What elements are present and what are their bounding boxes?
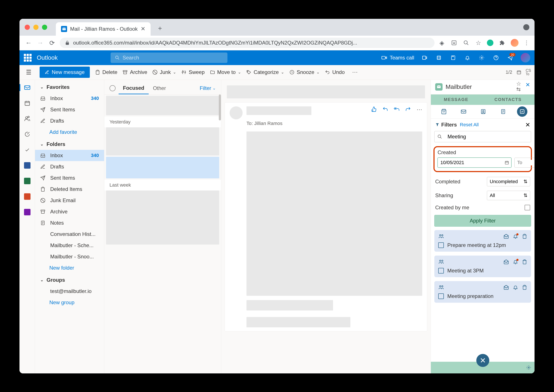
chrome-menu-button[interactable]: ⋮ (524, 40, 529, 46)
date-from-field[interactable] (438, 158, 511, 168)
sharing-select[interactable]: All ⇅ (487, 191, 530, 200)
completed-select[interactable]: Uncompleted ⇅ (487, 177, 530, 186)
nav-toggle-button[interactable]: ☰ (23, 69, 34, 76)
delete-task-icon[interactable] (522, 285, 527, 290)
groups-header[interactable]: ⌄ Groups (35, 273, 104, 286)
rail-onenote-icon[interactable] (22, 207, 32, 217)
rail-todo-icon[interactable] (22, 145, 32, 154)
junk-button[interactable]: Junk ⌄ (152, 69, 176, 75)
calendar-icon[interactable] (503, 161, 511, 165)
forward-button[interactable]: → (36, 39, 44, 47)
folder-junk[interactable]: Junk Email (35, 195, 104, 206)
new-message-button[interactable]: New message (40, 67, 90, 78)
task-checkbox[interactable] (438, 268, 444, 273)
folder-sent[interactable]: Sent Items (35, 172, 104, 183)
mb-contact-icon[interactable] (477, 107, 489, 116)
folder-mailbutler-snoozed[interactable]: Mailbutler - Snoo... (35, 251, 104, 262)
rail-powerpoint-icon[interactable] (22, 192, 32, 201)
more-commands-button[interactable]: ⋯ (352, 69, 358, 76)
footer-settings-icon[interactable] (526, 365, 531, 370)
rail-people-icon[interactable] (22, 114, 32, 123)
sweep-button[interactable]: Sweep (181, 69, 204, 75)
settings-icon[interactable] (478, 54, 486, 62)
zoom-icon[interactable] (463, 39, 470, 46)
search-box[interactable] (111, 53, 227, 63)
url-bar[interactable]: outlook.office365.com/mail/inbox/id/AAQk… (60, 38, 435, 48)
new-folder-link[interactable]: New folder (35, 262, 104, 273)
reply-button[interactable] (382, 106, 388, 113)
apply-filter-button[interactable]: Apply Filter (434, 215, 531, 227)
reply-placeholder-1[interactable] (246, 300, 333, 310)
date-to-input[interactable] (515, 160, 534, 165)
rail-excel-icon[interactable] (22, 176, 32, 186)
message-item[interactable] (106, 96, 219, 115)
bookmark-icon[interactable]: ☆ (475, 39, 482, 46)
more-actions-button[interactable]: ⋯ (417, 106, 422, 113)
reply-placeholder-2[interactable] (246, 317, 350, 327)
folder-mailbutler-scheduled[interactable]: Mailbutler - Sche... (35, 240, 104, 251)
filter-button[interactable]: Filter ⌄ (200, 85, 216, 91)
delete-button[interactable]: Delete (95, 69, 117, 75)
undo-button[interactable]: Undo (325, 69, 345, 75)
user-avatar[interactable] (521, 53, 530, 63)
tab-message[interactable]: MESSAGE (444, 97, 468, 102)
mb-search-row[interactable] (434, 131, 531, 142)
collaborators-icon[interactable] (438, 285, 444, 290)
message-list-body[interactable]: Yesterday Last week (104, 94, 221, 373)
browser-tab[interactable]: Mail - Jillian Ramos - Outlook ✕ (56, 22, 151, 36)
whats-new-icon[interactable]: 20 (506, 54, 514, 62)
reload-button[interactable]: ⟳ (48, 39, 56, 47)
message-item[interactable] (106, 127, 219, 155)
tab-contacts[interactable]: CONTACTS (495, 97, 522, 102)
open-mail-icon[interactable] (503, 259, 509, 265)
collaborators-icon[interactable] (438, 234, 444, 239)
window-close-button[interactable] (25, 25, 30, 30)
task-card[interactable]: Prepare meeting at 12pm (434, 230, 531, 252)
sender-avatar[interactable] (230, 106, 243, 119)
rail-calendar-icon[interactable] (22, 98, 32, 108)
notes-icon[interactable] (449, 54, 457, 62)
date-from-input[interactable] (438, 160, 503, 165)
extension-icon-1[interactable]: ◈ (439, 39, 445, 46)
back-button[interactable]: ← (25, 39, 32, 47)
folder-archive[interactable]: Archive (35, 206, 104, 217)
tab-other[interactable]: Other (149, 83, 170, 94)
group-item[interactable]: test@mailbutler.io (35, 286, 104, 297)
delete-task-icon[interactable] (522, 234, 527, 239)
close-panel-button[interactable]: ✕ (525, 82, 530, 92)
folder-deleted[interactable]: Deleted Items (35, 183, 104, 195)
mb-notes-icon[interactable] (497, 107, 509, 116)
folder-drafts[interactable]: Drafts (35, 161, 104, 172)
tab-focused[interactable]: Focused (119, 82, 149, 94)
open-mail-icon[interactable] (503, 233, 509, 239)
extensions-icon[interactable] (499, 39, 505, 46)
folder-conversation-history[interactable]: Conversation Hist... (35, 229, 104, 240)
reply-all-button[interactable] (394, 106, 400, 113)
mb-tasks-icon[interactable] (517, 106, 527, 117)
profile-avatar[interactable] (511, 39, 518, 47)
reset-all-link[interactable]: Reset All (460, 122, 479, 127)
move-to-button[interactable]: Move to ⌄ (210, 69, 241, 75)
message-item-selected[interactable] (106, 157, 219, 178)
task-card[interactable]: Meeting preparation (434, 281, 531, 303)
install-icon[interactable] (451, 39, 458, 46)
folders-header[interactable]: ⌄ Folders (35, 138, 104, 150)
favorites-inbox[interactable]: Inbox 340 (35, 93, 104, 104)
open-mail-icon[interactable] (503, 285, 509, 290)
favorites-sent[interactable]: Sent Items (35, 104, 104, 115)
extension-indicator[interactable] (523, 24, 529, 30)
mb-cart-icon[interactable] (438, 107, 450, 116)
window-maximize-button[interactable] (42, 25, 47, 30)
calendar-icon[interactable] (517, 70, 521, 75)
tab-close-button[interactable]: ✕ (141, 26, 145, 32)
help-icon[interactable] (492, 54, 500, 62)
notifications-icon[interactable] (464, 54, 471, 62)
like-button[interactable] (371, 106, 377, 113)
app-launcher-button[interactable] (24, 54, 32, 62)
mb-mail-icon[interactable] (458, 107, 469, 116)
collaborators-icon[interactable] (438, 259, 444, 265)
categorize-button[interactable]: Categorize ⌄ (246, 69, 284, 75)
folder-inbox[interactable]: Inbox 340 (35, 150, 104, 161)
rail-word-icon[interactable] (22, 161, 32, 170)
task-checkbox[interactable] (438, 294, 444, 299)
